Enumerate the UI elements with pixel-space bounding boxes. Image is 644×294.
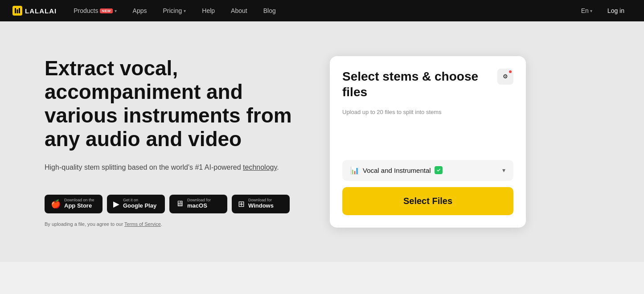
svg-rect-2 <box>19 8 20 13</box>
logo[interactable]: LALALAI <box>12 6 57 16</box>
nav-about[interactable]: About <box>225 0 254 21</box>
play-icon: ▶ <box>113 199 119 209</box>
appstore-button[interactable]: 🍎 Download on the App Store <box>45 195 103 213</box>
widget-card: Select stems & choose files ⚙ Upload up … <box>330 56 526 228</box>
logo-icon <box>12 6 22 16</box>
check-icon <box>436 168 441 172</box>
widget-title: Select stems & choose files <box>342 69 497 100</box>
terms-text: By uploading a file, you agree to our Te… <box>45 221 303 227</box>
nav-blog[interactable]: Blog <box>257 0 282 21</box>
login-button[interactable]: Log in <box>600 4 632 17</box>
stem-type-badge <box>435 166 443 174</box>
products-badge: NEW <box>100 8 112 13</box>
technology-link[interactable]: technology <box>243 163 277 171</box>
terms-link[interactable]: Terms of Service <box>124 221 161 227</box>
hero-section: Extract vocal, accompaniment and various… <box>45 57 303 226</box>
widget-header: Select stems & choose files ⚙ <box>342 69 513 100</box>
dropdown-chevron-icon: ▾ <box>502 167 505 174</box>
macos-icon: 🖥 <box>176 199 184 208</box>
widget-subtitle: Upload up to 20 files to split into stem… <box>342 109 513 115</box>
svg-rect-1 <box>17 9 18 13</box>
main-section: Extract vocal, accompaniment and various… <box>0 21 644 262</box>
download-buttons: 🍎 Download on the App Store ▶ Get it on … <box>45 195 303 213</box>
logo-text: LALALAI <box>25 7 57 15</box>
products-chevron: ▾ <box>115 8 117 13</box>
nav-pricing[interactable]: Pricing ▾ <box>157 0 193 21</box>
select-files-button[interactable]: Select Files <box>342 187 513 215</box>
navbar: LALALAI Products NEW ▾ Apps Pricing ▾ He… <box>0 0 644 21</box>
stem-dropdown[interactable]: 📊 Vocal and Instrumental ▾ <box>342 160 513 181</box>
stem-label: Vocal and Instrumental <box>363 167 431 174</box>
language-selector[interactable]: En ▾ <box>577 7 597 14</box>
upload-widget: Select stems & choose files ⚙ Upload up … <box>330 56 526 228</box>
lang-chevron: ▾ <box>590 8 592 13</box>
settings-button[interactable]: ⚙ <box>497 69 513 85</box>
nav-right: En ▾ Log in <box>577 4 632 17</box>
waveform-icon: 📊 <box>350 166 359 175</box>
windows-icon: ⊞ <box>238 199 245 209</box>
hero-subtitle: High-quality stem splitting based on the… <box>45 162 303 173</box>
apple-icon: 🍎 <box>51 199 61 209</box>
nav-help[interactable]: Help <box>196 0 221 21</box>
notification-dot <box>509 70 512 73</box>
svg-rect-0 <box>15 8 16 13</box>
windows-button[interactable]: ⊞ Download for Windows <box>232 195 290 213</box>
logo-svg <box>14 8 21 14</box>
pricing-chevron: ▾ <box>184 8 186 13</box>
gear-icon: ⚙ <box>503 73 508 80</box>
bottom-section <box>0 262 644 294</box>
macos-button[interactable]: 🖥 Download for macOS <box>169 195 227 213</box>
googleplay-button[interactable]: ▶ Get it on Google Play <box>107 195 165 213</box>
nav-apps[interactable]: Apps <box>127 0 153 21</box>
hero-title: Extract vocal, accompaniment and various… <box>45 57 303 151</box>
nav-products[interactable]: Products NEW ▾ <box>67 0 123 21</box>
